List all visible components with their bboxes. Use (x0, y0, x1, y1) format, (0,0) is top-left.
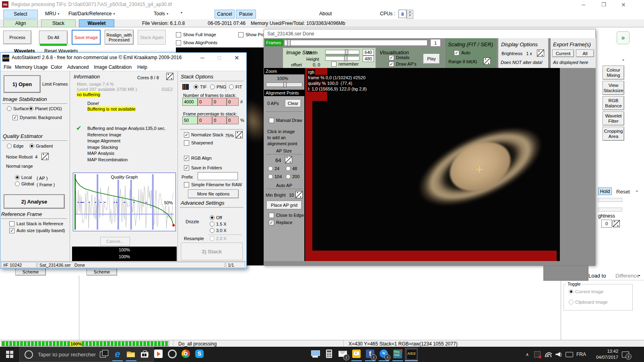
minimize-icon[interactable]: ─ (582, 2, 585, 8)
mail-icon[interactable]: 1 (336, 348, 349, 361)
simple-filename-checkbox[interactable]: Simple Filename for RAW (184, 182, 242, 187)
width-slider[interactable] (325, 50, 359, 54)
close-icon[interactable]: ✕ (234, 54, 239, 62)
cpus-value[interactable]: 8 (398, 10, 407, 18)
ap-size-48-radio[interactable]: 48 (286, 166, 297, 171)
wavelet-slider-1[interactable] (598, 198, 622, 202)
reset-button[interactable]: Reset (614, 188, 632, 195)
percent-input-4[interactable]: 0 (227, 116, 239, 124)
slider-handle[interactable] (287, 39, 291, 46)
show-alignpoints-checkbox[interactable]: Show AlignPoints (176, 40, 217, 45)
cancel-button[interactable]: Cancel (215, 10, 235, 19)
volume-icon[interactable]: ) (554, 347, 564, 362)
brightness-value[interactable]: 0 (601, 220, 612, 228)
menu-memory-usage[interactable]: Memory Usage (15, 64, 47, 70)
minimize-icon[interactable]: ─ (200, 55, 204, 61)
remember-checkbox[interactable]: remember (331, 62, 359, 67)
language-indicator[interactable]: FRA (575, 347, 588, 362)
maximize-icon[interactable]: ❐ (601, 2, 606, 8)
realign-button[interactable]: Realign_with Processed (105, 30, 134, 45)
tab-align[interactable]: Align (3, 19, 38, 27)
analyse-button[interactable]: 2) Analyse (4, 194, 65, 209)
media-player-icon[interactable] (152, 348, 165, 361)
tools-menu[interactable]: Tools▾ (154, 11, 168, 16)
close-to-edge-checkbox[interactable]: Close to Edge (269, 213, 304, 218)
save-in-folders-checkbox[interactable]: ✓Save in Folders (184, 165, 222, 171)
height-slider[interactable] (325, 56, 359, 61)
ap-size-24-radio[interactable]: 24 (268, 166, 279, 171)
replace-checkbox[interactable]: ✓Replace (269, 220, 292, 225)
export-all-button[interactable]: All (576, 49, 594, 57)
percent-input-2[interactable]: 0 (198, 116, 212, 124)
planet-cog-radio[interactable]: Planet (COG) (29, 106, 62, 111)
skype-icon[interactable]: S (193, 348, 206, 361)
show-full-image-checkbox[interactable]: Show Full Image (176, 32, 216, 37)
notification-center-icon[interactable]: 1 (620, 347, 631, 362)
frames-slider[interactable] (284, 40, 427, 46)
menu-advanced[interactable]: Advanced (67, 64, 89, 70)
clear-aps-button[interactable]: Clear (285, 99, 301, 107)
zoom-slider[interactable] (266, 82, 302, 87)
viewer-titlebar[interactable]: Sat_231436.ser Done (264, 29, 595, 38)
auto-scaling-checkbox[interactable]: ✓Auto (454, 50, 471, 56)
settings-menu[interactable]: ▾ (179, 11, 182, 14)
registax-icon[interactable]: RegStax6 (391, 348, 404, 361)
toggle-clipboard-image-radio[interactable]: Clipboard Image (569, 300, 608, 304)
stack-again-button[interactable]: Stack Again (138, 30, 166, 45)
maximize-icon[interactable]: □ (218, 55, 221, 61)
draw-aps-checkbox[interactable]: ✓Draw AP's (389, 62, 416, 67)
menu-file[interactable]: File (4, 64, 11, 70)
flat-dark-reference-menu[interactable]: Flat/Dark/Reference▾ (68, 11, 115, 16)
percent-input-1[interactable]: 50 (182, 116, 198, 124)
slider-handle[interactable] (345, 49, 348, 55)
frame-image-area[interactable]: rgbframe % 0,0 (1/10242) #2520quality % … (304, 68, 560, 261)
drizzle-off-radio[interactable]: Off (210, 215, 222, 220)
scheme-button-2[interactable]: Scheme (87, 268, 117, 276)
view-stacksize-button[interactable]: View Stacksize (603, 81, 624, 95)
menu-image-calibration[interactable]: Image Calibration (94, 64, 132, 70)
noise-robust-stepper[interactable] (41, 153, 49, 160)
surface-radio[interactable]: Surface (7, 106, 29, 111)
cropping-area-button[interactable]: Cropping Area (603, 127, 624, 141)
messenger-icon[interactable]: 3 (378, 348, 390, 361)
stack-button[interactable]: 3) Stack (181, 243, 243, 260)
ap-size-104-radio[interactable]: 104 (268, 174, 282, 179)
file-explorer-icon[interactable] (125, 348, 138, 361)
open-button[interactable]: 1) Open (4, 75, 41, 93)
colour-mixing-button[interactable]: Colour Mixing (603, 66, 624, 80)
edge-radio[interactable]: Edge (7, 144, 24, 148)
collapse-transfer-icon[interactable]: - (638, 272, 640, 278)
wifi-icon[interactable] (543, 347, 553, 362)
place-ap-grid-button[interactable]: Place AP grid (266, 201, 302, 210)
do-all-button[interactable]: Do All (39, 31, 68, 44)
collapse-slider-icon[interactable]: - (636, 187, 638, 194)
cpus-stepper[interactable]: ▲▼ (407, 10, 413, 19)
manual-draw-checkbox[interactable]: Manual Draw (269, 118, 302, 123)
details-checkbox[interactable]: ✓Details (389, 55, 410, 60)
clock[interactable]: 13:42 04/07/2017 (588, 348, 618, 360)
gradient-radio[interactable]: Gradient (29, 144, 53, 148)
drizzle-30-radio[interactable]: 3.0 X (210, 228, 227, 233)
tray-chevron-icon[interactable]: ∧ (523, 347, 531, 362)
slider-handle[interactable] (344, 56, 347, 61)
global-frame-radio[interactable]: Global (15, 181, 34, 186)
calculator-icon[interactable] (323, 348, 336, 361)
wavelet-filter-button[interactable]: Wavelet Filter (603, 111, 624, 125)
store-icon[interactable] (138, 348, 151, 361)
rgb-align-checkbox[interactable]: ✓RGB Align (184, 156, 212, 161)
slider-handle[interactable] (283, 82, 287, 87)
limit-frames-label[interactable]: Limit Frames (42, 82, 68, 86)
mru-menu[interactable]: MRU▾ (45, 11, 59, 16)
min-bright-stepper[interactable] (295, 191, 303, 198)
format-png-radio[interactable]: PNG (210, 84, 226, 89)
scheme-button-1[interactable]: Scheme (15, 268, 46, 276)
edge-icon[interactable]: e (111, 348, 124, 361)
drizzle-15-radio[interactable]: 1.5 X (210, 222, 227, 226)
more-file-options-button[interactable]: More file options (188, 189, 239, 198)
save-image-button[interactable]: Save image (72, 30, 101, 45)
close-icon[interactable]: ✕ (621, 2, 626, 8)
dynamic-background-checkbox[interactable]: ✓Dynamic Background (12, 115, 62, 120)
wavelet-slider-2[interactable] (598, 208, 622, 212)
difference-button[interactable]: Difference (615, 273, 639, 279)
prefix-input[interactable] (198, 172, 238, 180)
